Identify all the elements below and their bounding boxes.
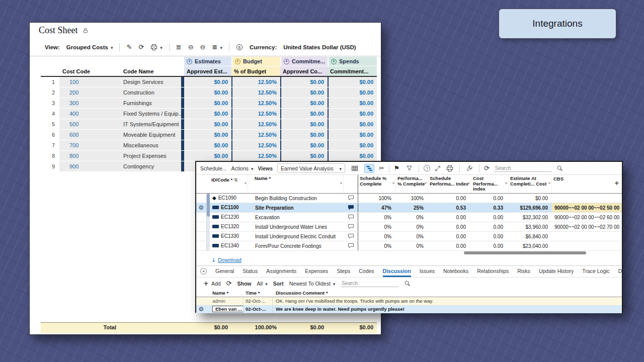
table-row[interactable]: 6 600 Moveable Equipment $0.00 12.50% $0…	[41, 130, 377, 140]
menu-button[interactable]	[212, 44, 222, 50]
gantt-view-icon[interactable]	[364, 164, 374, 173]
column-menu-icon[interactable]: ▾	[392, 181, 394, 187]
column-menu-icon[interactable]: ▾	[340, 181, 342, 187]
performance-pct-cell[interactable]: 0%	[396, 222, 428, 231]
cost-code-cell[interactable]: 500	[59, 119, 120, 129]
activity-name[interactable]: Install Underground Electric Conduit	[248, 232, 344, 241]
gear-icon[interactable]	[199, 306, 204, 312]
pct-of-budget-cell[interactable]: 12.50%	[231, 87, 280, 98]
approved-commit-cell[interactable]: $0.00	[280, 109, 328, 119]
collapse-level-icon[interactable]	[188, 44, 194, 50]
activity-row[interactable]: EC1340 Form/Pour Concrete Footings 0% 0%…	[196, 241, 622, 251]
search-icon[interactable]	[404, 280, 411, 287]
discussion-bubble-icon[interactable]	[344, 232, 358, 241]
commitment-cell[interactable]: $0.00	[328, 130, 377, 140]
discussion-bubble-icon[interactable]	[344, 241, 358, 250]
cost-code-cell[interactable]: 100	[59, 77, 120, 87]
filter-icon[interactable]	[404, 164, 414, 173]
approved-estimate-cell[interactable]: $0.00	[184, 98, 231, 108]
rows-icon[interactable]	[176, 44, 182, 50]
group-header-budget[interactable]: Budget	[231, 57, 280, 66]
group-header-spends[interactable]: Spends	[328, 57, 377, 66]
integrations-button[interactable]: Integrations	[499, 9, 616, 39]
table-row[interactable]: 2 200 Construction $0.00 12.50% $0.00 $0…	[41, 87, 377, 98]
activity-name[interactable]: Form/Pour Concrete Footings	[248, 241, 344, 250]
commitment-cell[interactable]: $0.00	[328, 109, 377, 119]
activity-name[interactable]: Begin Building Construction	[248, 194, 344, 203]
tabs-overflow-icon[interactable]: ▾	[200, 268, 207, 275]
schedule-pct-cell[interactable]: 47%	[358, 203, 396, 212]
tab-steps[interactable]: Steps	[337, 266, 350, 277]
approved-estimate-cell[interactable]: $0.00	[184, 119, 231, 129]
help-icon[interactable]: ?	[424, 165, 430, 171]
approved-commit-cell[interactable]: $0.00	[280, 119, 328, 129]
column-menu-icon[interactable]: ▾	[505, 181, 507, 187]
approved-commit-cell[interactable]: $0.00	[280, 98, 328, 108]
cost-code-cell[interactable]: 800	[59, 151, 120, 161]
column-menu-icon[interactable]: ▾	[425, 181, 427, 187]
view-dropdown[interactable]: Grouped Costs	[66, 44, 113, 50]
cpi-cell[interactable]: 0.00	[471, 241, 509, 250]
activity-row-selected[interactable]: EC1100 Site Preparation 47% 25% 0.53 0.3…	[196, 203, 622, 213]
cost-code-cell[interactable]: 300	[59, 98, 120, 108]
discussion-search-input[interactable]	[341, 280, 398, 287]
tab-risks[interactable]: Risks	[517, 266, 530, 277]
gear-icon[interactable]	[199, 205, 204, 211]
approved-estimate-cell[interactable]: $0.00	[184, 77, 231, 87]
print-button[interactable]	[150, 44, 163, 51]
header-cbs[interactable]: CBS	[552, 175, 622, 193]
group-header-estimates[interactable]: Estimates	[184, 57, 231, 66]
tab-discussion[interactable]: Discussion	[383, 266, 411, 277]
eac-cost-cell[interactable]: $32,302.00	[509, 213, 552, 222]
performance-pct-cell[interactable]: 0%	[396, 213, 428, 222]
sort-dropdown[interactable]: Newest To Oldest	[289, 280, 336, 287]
performance-pct-cell[interactable]: 0%	[396, 232, 428, 241]
menu-actions[interactable]: Actions	[231, 165, 254, 171]
vertical-scrollbar[interactable]	[206, 194, 210, 251]
column-menu-icon[interactable]: ▾	[548, 181, 550, 187]
approved-commit-cell[interactable]: $0.00	[280, 87, 328, 98]
cost-code-cell[interactable]: 600	[59, 130, 120, 140]
search-icon[interactable]	[556, 165, 563, 171]
spi-cell[interactable]: 0.53	[428, 203, 471, 212]
vertical-scrollbar-thumb[interactable]	[207, 194, 210, 217]
table-view-icon[interactable]	[350, 164, 360, 173]
schedule-pct-cell[interactable]: 0%	[358, 232, 396, 241]
eac-cost-cell[interactable]: $23,040.00	[509, 241, 552, 250]
table-row[interactable]: 8 800 Project Expenses $0.00 12.50% $0.0…	[41, 151, 377, 161]
cbs-cell[interactable]: 90000~~02 00 00~~02 70 00	[552, 222, 622, 231]
eac-cost-cell[interactable]: $129,696.00	[509, 203, 552, 212]
views-dropdown[interactable]: Earned Value Analysis	[277, 163, 345, 173]
cpi-cell[interactable]: 0.00	[471, 213, 509, 222]
cpi-cell[interactable]: 0.00	[471, 232, 509, 241]
activity-row[interactable]: EC1330 Install Underground Electric Cond…	[196, 232, 622, 241]
comment-row-selected[interactable]: Eben van ... 02-Oct-... We are knee deep…	[196, 305, 622, 313]
pct-of-budget-cell[interactable]: 12.50%	[231, 109, 280, 119]
download-link[interactable]: Download	[218, 257, 242, 263]
fullscreen-icon[interactable]	[435, 165, 440, 171]
spi-cell[interactable]: 0.00	[428, 222, 471, 231]
tab-codes[interactable]: Codes	[359, 266, 374, 277]
column-menu-icon[interactable]: ▾	[245, 181, 247, 187]
show-dropdown[interactable]: All	[257, 280, 268, 287]
performance-pct-cell[interactable]: 0%	[396, 241, 428, 250]
activity-row[interactable]: EC1090 Begin Building Construction 100% …	[196, 194, 622, 203]
commitment-cell[interactable]: $0.00	[328, 119, 377, 129]
eac-cost-cell[interactable]: $6,840.00	[509, 232, 552, 241]
eac-cost-cell[interactable]: $0.00	[509, 194, 552, 203]
group-header-commitments[interactable]: Commitme...	[280, 57, 328, 66]
refresh-icon[interactable]	[138, 44, 144, 50]
horizontal-scrollbar-thumb[interactable]	[464, 251, 586, 254]
header-spi[interactable]: Schedule Performa... Index ▾	[428, 175, 471, 193]
cbs-cell[interactable]	[552, 232, 622, 241]
pct-of-budget-cell[interactable]: 12.50%	[231, 130, 280, 140]
pct-of-budget-cell[interactable]: 12.50%	[231, 151, 280, 161]
tab-relationships[interactable]: Relationships	[477, 266, 509, 277]
tab-status[interactable]: Status	[243, 266, 258, 277]
flag-icon[interactable]	[394, 165, 400, 171]
pct-of-budget-cell[interactable]: 12.50%	[231, 119, 280, 129]
approved-estimate-cell[interactable]: $0.00	[184, 109, 231, 119]
activity-name[interactable]: Install Underground Water Lines	[248, 222, 344, 231]
discussion-bubble-icon[interactable]	[344, 222, 358, 231]
commitment-cell[interactable]: $0.00	[328, 151, 377, 161]
